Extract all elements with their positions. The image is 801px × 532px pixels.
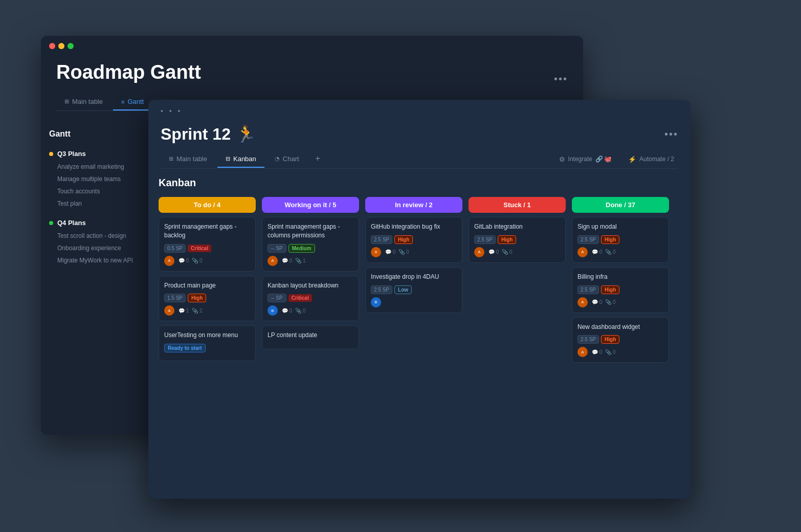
comment-count: 💬 0 bbox=[592, 249, 602, 255]
priority-tag: High bbox=[601, 285, 619, 294]
card-title: Billing infra bbox=[577, 273, 663, 281]
priority-tag: Critical bbox=[288, 294, 312, 302]
tab-sprint-chart[interactable]: ◔ Chart bbox=[266, 151, 307, 168]
card-tags: 0.5 SP Critical bbox=[164, 244, 250, 253]
minimize-button[interactable] bbox=[58, 43, 64, 49]
file-count: 📎 1 bbox=[295, 258, 305, 263]
card-title: Sprint management gaps - columns permiss… bbox=[268, 223, 353, 240]
integrate-button[interactable]: ⚙ Integrate 🔗 🐙 bbox=[555, 153, 616, 165]
sidebar-item-test[interactable]: Test plan bbox=[41, 197, 158, 210]
sidebar-section-q4: Q4 Plans Test scroll action - design Onb… bbox=[41, 216, 158, 267]
card-meta: 💬 0 📎 0 bbox=[488, 249, 513, 255]
sidebar-q4-label[interactable]: Q4 Plans bbox=[41, 216, 158, 230]
avatar: A bbox=[371, 247, 381, 257]
sprint-table-icon: ⊞ bbox=[169, 156, 173, 162]
front-dots: • • • bbox=[161, 107, 182, 115]
card-title: GitHub integration bug fix bbox=[371, 223, 457, 231]
priority-tag: High bbox=[498, 235, 516, 244]
tab-gantt[interactable]: ≡ Gantt bbox=[113, 94, 152, 110]
automate-button[interactable]: ⚡ Automate / 2 bbox=[624, 153, 678, 165]
card-title: GitLab integration bbox=[474, 223, 560, 231]
comment-count: 💬 0 bbox=[179, 258, 189, 263]
file-count: 📎 2 bbox=[192, 308, 202, 314]
sidebar-title: Gantt bbox=[41, 129, 158, 147]
card-title: Sign up modal bbox=[577, 223, 663, 231]
automate-icon: ⚡ bbox=[628, 156, 636, 163]
comment-count: 💬 1 bbox=[179, 308, 189, 314]
card-tags: 2.5 SP High bbox=[577, 235, 663, 244]
table-icon: ⊞ bbox=[64, 98, 69, 105]
file-count: 📎 0 bbox=[192, 258, 202, 263]
column-working: Working on it / 5 Sprint management gaps… bbox=[262, 197, 359, 498]
sp-badge: -- SP bbox=[268, 244, 286, 253]
card-meta: 💬 0 📎 1 bbox=[282, 258, 306, 263]
card-sprint-backlog[interactable]: Sprint management gaps - backlog 0.5 SP … bbox=[159, 217, 256, 272]
file-count: 📎 0 bbox=[605, 249, 615, 255]
back-traffic-lights bbox=[41, 36, 583, 56]
back-more-menu[interactable]: ••• bbox=[554, 73, 568, 85]
sp-badge: 2.5 SP bbox=[371, 285, 392, 294]
priority-tag: Ready to start bbox=[164, 344, 206, 352]
card-footer: A 💬 0 📎 0 bbox=[371, 247, 457, 257]
sprint-emoji: 🏃 bbox=[236, 124, 256, 144]
card-footer: A 💬 0 📎 0 bbox=[577, 247, 663, 257]
card-title: Product main page bbox=[164, 281, 250, 290]
card-footer: A 💬 0 📎 0 bbox=[474, 247, 560, 257]
file-count: 📎 0 bbox=[502, 249, 512, 255]
sp-badge: 2.5 SP bbox=[577, 235, 599, 244]
priority-tag: Critical bbox=[188, 245, 211, 252]
q4-dot bbox=[49, 221, 53, 225]
card-kanban-layout[interactable]: Kanban layout breakdown -- SP Critical B… bbox=[262, 276, 359, 322]
card-dashboard-widget[interactable]: New dashboard widget 2.5 SP High A 💬 0 📎… bbox=[572, 317, 669, 363]
front-title-row: Sprint 12 🏃 ••• bbox=[161, 120, 678, 150]
card-gitlab[interactable]: GitLab integration 2.5 SP High A 💬 0 📎 0 bbox=[469, 217, 566, 263]
close-button[interactable] bbox=[49, 43, 55, 49]
card-tags: 2.5 SP Low bbox=[371, 285, 457, 294]
avatar: B bbox=[268, 305, 278, 316]
front-more-menu[interactable]: ••• bbox=[664, 128, 678, 140]
sidebar-item-scroll[interactable]: Test scroll action - design bbox=[41, 230, 158, 242]
card-github-bug[interactable]: GitHub integration bug fix 2.5 SP High A… bbox=[365, 217, 462, 263]
card-sprint-columns[interactable]: Sprint management gaps - columns permiss… bbox=[262, 217, 359, 272]
card-title: Kanban layout breakdown bbox=[268, 281, 353, 290]
sp-badge: 2.5 SP bbox=[577, 285, 599, 294]
front-header: Sprint 12 🏃 ••• ⊞ Main table ⊟ Kanban ◔ … bbox=[148, 115, 691, 169]
card-meta: 💬 1 📎 2 bbox=[179, 308, 203, 314]
sidebar-item-manage[interactable]: Manage multiple teams bbox=[41, 173, 158, 185]
card-title: UserTesting on more menu bbox=[164, 331, 250, 340]
card-footer: A 💬 0 📎 0 bbox=[577, 297, 663, 307]
card-usertesting[interactable]: UserTesting on more menu Ready to start bbox=[159, 325, 256, 361]
sp-badge: 2.5 SP bbox=[577, 335, 599, 344]
card-meta: 💬 0 📎 0 bbox=[592, 249, 616, 255]
tab-add[interactable]: + bbox=[309, 150, 326, 168]
priority-tag: High bbox=[601, 335, 619, 344]
avatar: B bbox=[371, 297, 381, 307]
comment-count: 💬 0 bbox=[282, 308, 292, 314]
sidebar-q3-label[interactable]: Q3 Plans bbox=[41, 147, 158, 161]
sidebar-item-migrate[interactable]: Migrate MyWork to new API bbox=[41, 254, 158, 267]
avatar: A bbox=[577, 297, 588, 307]
card-meta: 💬 0 📎 0 bbox=[385, 249, 409, 255]
card-billing-infra[interactable]: Billing infra 2.5 SP High A 💬 0 📎 0 bbox=[572, 267, 669, 313]
maximize-button[interactable] bbox=[68, 43, 74, 49]
sp-badge: 2.5 SP bbox=[371, 235, 392, 244]
sidebar-item-onboarding[interactable]: Onboarding experience bbox=[41, 242, 158, 254]
tab-main-table[interactable]: ⊞ Main table bbox=[56, 94, 111, 110]
sp-badge: 1.5 SP bbox=[164, 294, 186, 302]
card-footer: A 💬 0 📎 0 bbox=[164, 256, 250, 266]
sidebar-item-analyze[interactable]: Analyze email marketing bbox=[41, 161, 158, 173]
card-investigate-4dau[interactable]: Investigate drop in 4DAU 2.5 SP Low B bbox=[365, 267, 462, 313]
sidebar-item-touch[interactable]: Touch accounts bbox=[41, 185, 158, 197]
avatar: A bbox=[268, 256, 278, 266]
card-product-main[interactable]: Product main page 1.5 SP High A 💬 1 📎 2 bbox=[159, 276, 256, 322]
comment-count: 💬 0 bbox=[385, 249, 395, 255]
comment-count: 💬 0 bbox=[592, 349, 602, 355]
file-count: 📎 0 bbox=[605, 299, 615, 305]
card-lp-content[interactable]: LP content update bbox=[262, 325, 359, 349]
card-footer: B bbox=[371, 297, 457, 307]
card-signup-modal[interactable]: Sign up modal 2.5 SP High A 💬 0 📎 0 bbox=[572, 217, 669, 263]
sidebar-section-q3: Q3 Plans Analyze email marketing Manage … bbox=[41, 147, 158, 210]
tab-sprint-main-table[interactable]: ⊞ Main table bbox=[161, 151, 215, 168]
col-working-header: Working on it / 5 bbox=[262, 197, 359, 213]
tab-sprint-kanban[interactable]: ⊟ Kanban bbox=[217, 151, 264, 168]
